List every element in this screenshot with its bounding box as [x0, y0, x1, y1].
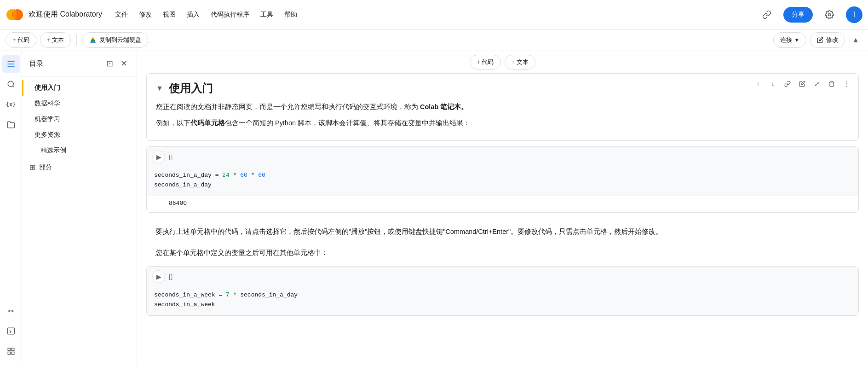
- sidebar-expand-icon[interactable]: ⊡: [104, 57, 115, 70]
- link-action[interactable]: [781, 77, 794, 90]
- section-title: 使用入门: [169, 81, 213, 96]
- intro-para-1: 您正在阅读的文档并非静态网页，而是一个允许您编写和执行代码的交互式环境，称为 C…: [156, 101, 849, 113]
- more-actions[interactable]: ⋮: [840, 77, 853, 90]
- menu-file[interactable]: 文件: [110, 8, 132, 22]
- toc-item-ml-label: 机器学习: [34, 115, 60, 122]
- app-title: 欢迎使用 Colaboratory: [29, 10, 102, 19]
- toolbar-separator: [76, 35, 77, 46]
- add-text-label: + 文本: [47, 36, 64, 44]
- toc-item-data-science[interactable]: 数据科学: [22, 96, 137, 111]
- move-up-action[interactable]: ↑: [752, 77, 765, 90]
- insert-text-button[interactable]: + 文本: [505, 55, 535, 70]
- insert-text-label: + 文本: [512, 58, 529, 66]
- menu-view[interactable]: 视图: [158, 8, 180, 22]
- code-content-1[interactable]: seconds_in_a_day = 24 * 60 * 60 seconds_…: [147, 167, 858, 196]
- code-cell-2: ▶ [ ] seconds_in_a_week = 7 * seconds_in…: [146, 266, 859, 316]
- cell-action-bar: ↑ ↓ ⤢ ⋮: [752, 77, 853, 90]
- logo-area: 欢迎使用 Colaboratory: [6, 6, 107, 24]
- cell-bracket-1: [ ]: [169, 154, 172, 160]
- share-button[interactable]: 分享: [783, 7, 813, 23]
- toolbar-strip: + 代码 + 文本 复制到云端硬盘 连接 ▼ 修改 ▲: [0, 29, 868, 51]
- sidebar: 目录 ⊡ ✕ 使用入门 数据科学 机器学习 更多资源 精选示例 ⊞: [22, 51, 137, 364]
- toc-item-ml[interactable]: 机器学习: [22, 111, 137, 127]
- copy-to-drive-button[interactable]: 复制到云端硬盘: [82, 32, 148, 48]
- terminal-strip-icon[interactable]: [2, 322, 20, 340]
- settings-button[interactable]: [818, 6, 840, 23]
- toc-item-featured-label: 精选示例: [40, 146, 66, 154]
- toc-item-data-science-label: 数据科学: [34, 99, 60, 107]
- insert-code-button[interactable]: + 代码: [470, 55, 500, 70]
- toc-item-more-resources[interactable]: 更多资源: [22, 127, 137, 143]
- toc-item-getting-started[interactable]: 使用入门: [22, 80, 137, 96]
- menu-bar: 文件 修改 视图 插入 代码执行程序 工具 帮助: [110, 8, 302, 22]
- svg-point-7: [8, 81, 13, 87]
- share-label: 分享: [792, 11, 805, 19]
- variables-strip-icon[interactable]: {x}: [2, 95, 20, 114]
- collapse-arrow[interactable]: ▼: [156, 84, 163, 93]
- menu-runtime[interactable]: 代码执行程序: [206, 8, 254, 22]
- code-snippets-strip-icon[interactable]: <>: [2, 302, 20, 320]
- svg-point-2: [13, 9, 17, 20]
- edit-action[interactable]: [796, 77, 809, 90]
- edit-notebook-button[interactable]: 修改: [810, 32, 845, 48]
- top-bar: 欢迎使用 Colaboratory 文件 修改 视图 插入 代码执行程序 工具 …: [0, 0, 868, 29]
- add-section-icon: ⊞: [29, 163, 35, 172]
- edit-icon: [817, 37, 823, 43]
- menu-help[interactable]: 帮助: [280, 8, 302, 22]
- menu-tools[interactable]: 工具: [256, 8, 278, 22]
- section-heading: ▼ 使用入门: [156, 81, 849, 96]
- connect-button[interactable]: 连接 ▼: [773, 32, 806, 48]
- svg-line-8: [12, 86, 14, 87]
- explanation-text-2: 您在某个单元格中定义的变量之后可用在其他单元格中：: [137, 245, 868, 264]
- intro-para-2: 例如，以下代码单元格包含一个简短的 Python 脚本，该脚本会计算值、将其存储…: [156, 117, 849, 129]
- search-strip-icon[interactable]: [2, 75, 20, 93]
- add-text-button[interactable]: + 文本: [40, 32, 71, 48]
- user-avatar[interactable]: I: [846, 6, 862, 23]
- sidebar-section-label: 部分: [39, 163, 52, 172]
- sidebar-header-icons: ⊡ ✕: [104, 57, 129, 70]
- colab-notebook-bold: Colab 笔记本。: [420, 103, 468, 110]
- svg-point-3: [828, 13, 831, 16]
- connect-dropdown-icon: ▼: [794, 37, 799, 43]
- menu-edit[interactable]: 修改: [134, 8, 156, 22]
- cell-bracket-2: [ ]: [169, 273, 172, 280]
- sidebar-icon-strip: {x} <>: [0, 51, 22, 364]
- expand-action[interactable]: ⤢: [811, 77, 823, 90]
- toolbar-right: 连接 ▼ 修改 ▲: [773, 32, 862, 48]
- svg-rect-9: [7, 328, 14, 334]
- toc-item-featured[interactable]: 精选示例: [22, 143, 137, 158]
- connect-label: 连接: [780, 36, 792, 44]
- code-cell-2-header: ▶ [ ]: [147, 267, 858, 287]
- code-cell-1: ▶ [ ] seconds_in_a_day = 24 * 60 * 60 se…: [146, 146, 859, 213]
- toc-strip-icon[interactable]: [2, 55, 20, 73]
- extensions-strip-icon[interactable]: [2, 342, 20, 360]
- drive-icon: [89, 36, 97, 44]
- files-strip-icon[interactable]: [2, 116, 20, 134]
- text-cell-body: 您正在阅读的文档并非静态网页，而是一个允许您编写和执行代码的交互式环境，称为 C…: [156, 101, 849, 128]
- menu-insert[interactable]: 插入: [182, 8, 204, 22]
- move-down-action[interactable]: ↓: [766, 77, 779, 90]
- run-button-2[interactable]: ▶: [152, 270, 165, 283]
- svg-rect-11: [8, 348, 10, 350]
- explanation-para-2: 您在某个单元格中定义的变量之后可用在其他单元格中：: [155, 247, 850, 259]
- delete-action[interactable]: [825, 77, 838, 90]
- code-content-2[interactable]: seconds_in_a_week = 7 * seconds_in_a_day…: [147, 287, 858, 315]
- add-code-button[interactable]: + 代码: [6, 32, 36, 48]
- svg-rect-13: [11, 352, 14, 355]
- run-button-1[interactable]: ▶: [152, 151, 165, 163]
- colab-logo: [6, 6, 24, 24]
- sidebar-close-icon[interactable]: ✕: [119, 57, 129, 70]
- cell-insert-bar: + 代码 + 文本: [137, 51, 868, 73]
- code-output-1: 86400: [147, 196, 858, 212]
- output-value-1: 86400: [169, 200, 187, 207]
- main-layout: {x} <> 目录 ⊡ ✕ 使用入门 数据科学: [0, 51, 868, 364]
- code-cell-bold: 代码单元格: [190, 119, 225, 127]
- insert-code-label: + 代码: [477, 58, 494, 66]
- collapse-button[interactable]: ▲: [849, 33, 862, 47]
- link-button[interactable]: [756, 6, 778, 23]
- sidebar-add-section[interactable]: ⊞ 部分: [22, 158, 137, 176]
- edit-notebook-label: 修改: [826, 36, 838, 44]
- explanation-para-1: 要执行上述单元格中的代码，请点击选择它，然后按代码左侧的"播放"按钮，或使用键盘…: [155, 226, 850, 238]
- add-code-label: + 代码: [12, 36, 29, 44]
- svg-rect-14: [8, 352, 10, 355]
